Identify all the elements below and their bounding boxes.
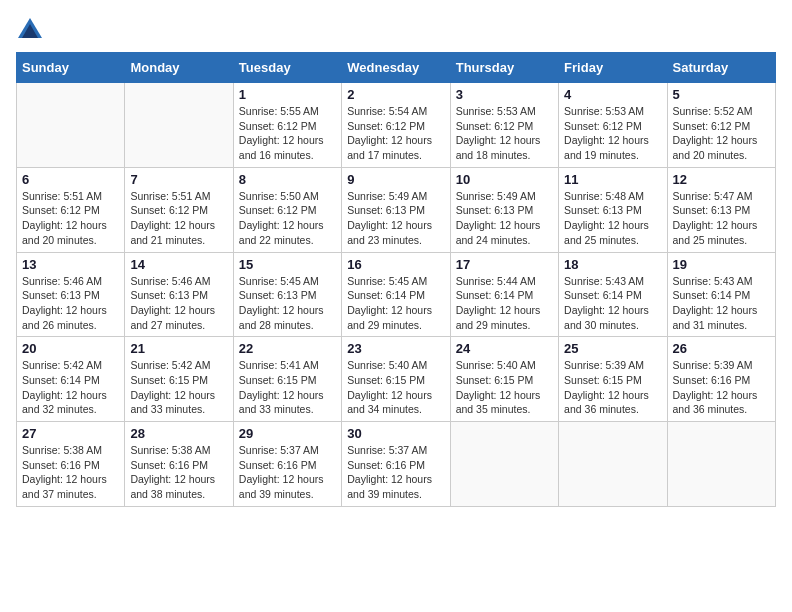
day-number: 25: [564, 341, 661, 356]
calendar-cell: 15Sunrise: 5:45 AM Sunset: 6:13 PM Dayli…: [233, 252, 341, 337]
day-number: 10: [456, 172, 553, 187]
day-header-friday: Friday: [559, 53, 667, 83]
calendar-week-0: 1Sunrise: 5:55 AM Sunset: 6:12 PM Daylig…: [17, 83, 776, 168]
calendar-header-row: SundayMondayTuesdayWednesdayThursdayFrid…: [17, 53, 776, 83]
day-number: 19: [673, 257, 770, 272]
day-header-sunday: Sunday: [17, 53, 125, 83]
day-info: Sunrise: 5:44 AM Sunset: 6:14 PM Dayligh…: [456, 274, 553, 333]
day-info: Sunrise: 5:42 AM Sunset: 6:15 PM Dayligh…: [130, 358, 227, 417]
day-number: 27: [22, 426, 119, 441]
day-number: 4: [564, 87, 661, 102]
day-number: 7: [130, 172, 227, 187]
day-info: Sunrise: 5:51 AM Sunset: 6:12 PM Dayligh…: [130, 189, 227, 248]
day-info: Sunrise: 5:40 AM Sunset: 6:15 PM Dayligh…: [347, 358, 444, 417]
day-info: Sunrise: 5:41 AM Sunset: 6:15 PM Dayligh…: [239, 358, 336, 417]
day-number: 12: [673, 172, 770, 187]
day-info: Sunrise: 5:39 AM Sunset: 6:16 PM Dayligh…: [673, 358, 770, 417]
day-number: 17: [456, 257, 553, 272]
calendar-cell: 22Sunrise: 5:41 AM Sunset: 6:15 PM Dayli…: [233, 337, 341, 422]
day-info: Sunrise: 5:38 AM Sunset: 6:16 PM Dayligh…: [22, 443, 119, 502]
day-header-wednesday: Wednesday: [342, 53, 450, 83]
calendar-cell: [559, 422, 667, 507]
calendar-cell: 10Sunrise: 5:49 AM Sunset: 6:13 PM Dayli…: [450, 167, 558, 252]
day-info: Sunrise: 5:42 AM Sunset: 6:14 PM Dayligh…: [22, 358, 119, 417]
calendar-cell: [125, 83, 233, 168]
day-info: Sunrise: 5:45 AM Sunset: 6:13 PM Dayligh…: [239, 274, 336, 333]
logo-icon: [16, 16, 44, 44]
calendar-cell: 3Sunrise: 5:53 AM Sunset: 6:12 PM Daylig…: [450, 83, 558, 168]
calendar-cell: 24Sunrise: 5:40 AM Sunset: 6:15 PM Dayli…: [450, 337, 558, 422]
day-number: 20: [22, 341, 119, 356]
calendar-cell: 5Sunrise: 5:52 AM Sunset: 6:12 PM Daylig…: [667, 83, 775, 168]
calendar-cell: 27Sunrise: 5:38 AM Sunset: 6:16 PM Dayli…: [17, 422, 125, 507]
logo: [16, 16, 48, 44]
day-number: 13: [22, 257, 119, 272]
day-info: Sunrise: 5:53 AM Sunset: 6:12 PM Dayligh…: [564, 104, 661, 163]
calendar-cell: 6Sunrise: 5:51 AM Sunset: 6:12 PM Daylig…: [17, 167, 125, 252]
day-info: Sunrise: 5:38 AM Sunset: 6:16 PM Dayligh…: [130, 443, 227, 502]
page-header: [16, 16, 776, 44]
calendar-cell: 19Sunrise: 5:43 AM Sunset: 6:14 PM Dayli…: [667, 252, 775, 337]
day-number: 1: [239, 87, 336, 102]
day-header-monday: Monday: [125, 53, 233, 83]
day-header-tuesday: Tuesday: [233, 53, 341, 83]
day-info: Sunrise: 5:43 AM Sunset: 6:14 PM Dayligh…: [673, 274, 770, 333]
calendar-cell: 23Sunrise: 5:40 AM Sunset: 6:15 PM Dayli…: [342, 337, 450, 422]
day-info: Sunrise: 5:53 AM Sunset: 6:12 PM Dayligh…: [456, 104, 553, 163]
day-info: Sunrise: 5:43 AM Sunset: 6:14 PM Dayligh…: [564, 274, 661, 333]
calendar-cell: 16Sunrise: 5:45 AM Sunset: 6:14 PM Dayli…: [342, 252, 450, 337]
calendar-cell: [17, 83, 125, 168]
calendar-cell: 20Sunrise: 5:42 AM Sunset: 6:14 PM Dayli…: [17, 337, 125, 422]
day-number: 26: [673, 341, 770, 356]
day-number: 30: [347, 426, 444, 441]
calendar-cell: 1Sunrise: 5:55 AM Sunset: 6:12 PM Daylig…: [233, 83, 341, 168]
calendar-week-3: 20Sunrise: 5:42 AM Sunset: 6:14 PM Dayli…: [17, 337, 776, 422]
calendar-week-1: 6Sunrise: 5:51 AM Sunset: 6:12 PM Daylig…: [17, 167, 776, 252]
calendar-cell: 29Sunrise: 5:37 AM Sunset: 6:16 PM Dayli…: [233, 422, 341, 507]
day-number: 16: [347, 257, 444, 272]
day-info: Sunrise: 5:54 AM Sunset: 6:12 PM Dayligh…: [347, 104, 444, 163]
day-info: Sunrise: 5:48 AM Sunset: 6:13 PM Dayligh…: [564, 189, 661, 248]
day-header-thursday: Thursday: [450, 53, 558, 83]
day-info: Sunrise: 5:45 AM Sunset: 6:14 PM Dayligh…: [347, 274, 444, 333]
calendar-cell: 14Sunrise: 5:46 AM Sunset: 6:13 PM Dayli…: [125, 252, 233, 337]
calendar-cell: 30Sunrise: 5:37 AM Sunset: 6:16 PM Dayli…: [342, 422, 450, 507]
day-number: 28: [130, 426, 227, 441]
day-info: Sunrise: 5:49 AM Sunset: 6:13 PM Dayligh…: [347, 189, 444, 248]
calendar-cell: 21Sunrise: 5:42 AM Sunset: 6:15 PM Dayli…: [125, 337, 233, 422]
day-number: 8: [239, 172, 336, 187]
day-number: 14: [130, 257, 227, 272]
day-number: 9: [347, 172, 444, 187]
day-info: Sunrise: 5:37 AM Sunset: 6:16 PM Dayligh…: [239, 443, 336, 502]
calendar-cell: 28Sunrise: 5:38 AM Sunset: 6:16 PM Dayli…: [125, 422, 233, 507]
calendar-cell: 17Sunrise: 5:44 AM Sunset: 6:14 PM Dayli…: [450, 252, 558, 337]
day-number: 22: [239, 341, 336, 356]
day-header-saturday: Saturday: [667, 53, 775, 83]
calendar-cell: 11Sunrise: 5:48 AM Sunset: 6:13 PM Dayli…: [559, 167, 667, 252]
calendar-cell: 18Sunrise: 5:43 AM Sunset: 6:14 PM Dayli…: [559, 252, 667, 337]
calendar-cell: 25Sunrise: 5:39 AM Sunset: 6:15 PM Dayli…: [559, 337, 667, 422]
calendar-cell: 26Sunrise: 5:39 AM Sunset: 6:16 PM Dayli…: [667, 337, 775, 422]
day-info: Sunrise: 5:40 AM Sunset: 6:15 PM Dayligh…: [456, 358, 553, 417]
day-info: Sunrise: 5:46 AM Sunset: 6:13 PM Dayligh…: [130, 274, 227, 333]
day-number: 6: [22, 172, 119, 187]
calendar-cell: [667, 422, 775, 507]
calendar-week-2: 13Sunrise: 5:46 AM Sunset: 6:13 PM Dayli…: [17, 252, 776, 337]
calendar-cell: [450, 422, 558, 507]
day-info: Sunrise: 5:50 AM Sunset: 6:12 PM Dayligh…: [239, 189, 336, 248]
day-number: 21: [130, 341, 227, 356]
calendar-cell: 13Sunrise: 5:46 AM Sunset: 6:13 PM Dayli…: [17, 252, 125, 337]
day-number: 3: [456, 87, 553, 102]
day-info: Sunrise: 5:47 AM Sunset: 6:13 PM Dayligh…: [673, 189, 770, 248]
calendar-table: SundayMondayTuesdayWednesdayThursdayFrid…: [16, 52, 776, 507]
day-info: Sunrise: 5:55 AM Sunset: 6:12 PM Dayligh…: [239, 104, 336, 163]
day-number: 2: [347, 87, 444, 102]
day-info: Sunrise: 5:52 AM Sunset: 6:12 PM Dayligh…: [673, 104, 770, 163]
day-number: 5: [673, 87, 770, 102]
day-number: 11: [564, 172, 661, 187]
calendar-cell: 7Sunrise: 5:51 AM Sunset: 6:12 PM Daylig…: [125, 167, 233, 252]
day-number: 15: [239, 257, 336, 272]
day-info: Sunrise: 5:49 AM Sunset: 6:13 PM Dayligh…: [456, 189, 553, 248]
calendar-cell: 8Sunrise: 5:50 AM Sunset: 6:12 PM Daylig…: [233, 167, 341, 252]
calendar-week-4: 27Sunrise: 5:38 AM Sunset: 6:16 PM Dayli…: [17, 422, 776, 507]
